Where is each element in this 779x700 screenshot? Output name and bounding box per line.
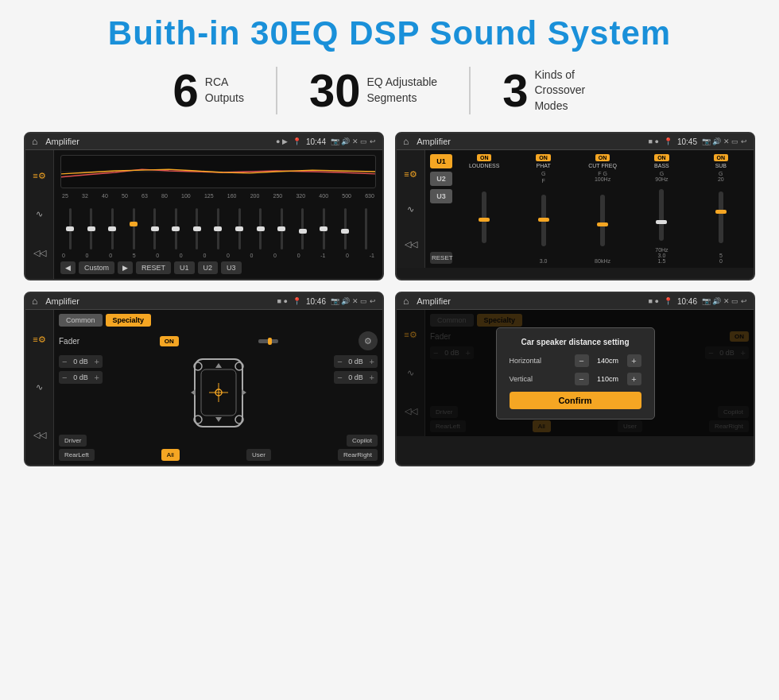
- eq-icon-3[interactable]: ≡⚙: [33, 335, 45, 345]
- eq-slider-10[interactable]: [250, 208, 270, 249]
- screen1-eq-content: 253240506380100125160200250320400500630: [54, 150, 382, 279]
- u3-button[interactable]: U3: [221, 261, 242, 274]
- fader-on-button[interactable]: ON: [160, 336, 179, 346]
- dsp-channels: ON LOUDNESS ON PHAT G F 3.0: [456, 154, 749, 264]
- reset-button-dsp[interactable]: RESET: [430, 252, 452, 264]
- fl-db-minus[interactable]: −: [62, 357, 67, 366]
- home-icon-4[interactable]: ⌂: [403, 296, 409, 307]
- sub-slider[interactable]: [719, 191, 723, 243]
- svg-marker-10: [215, 363, 222, 368]
- car-diagram: [107, 355, 329, 431]
- eq-icon[interactable]: ≡⚙: [33, 171, 45, 181]
- location-buttons: Driver Copilot: [59, 435, 378, 447]
- loudness-label: LOUDNESS: [469, 163, 500, 168]
- u2-button[interactable]: U2: [198, 261, 219, 274]
- speaker-icon[interactable]: ◁◁: [33, 248, 46, 258]
- screen2-sidebar: ≡⚙ ∿ ◁◁: [397, 150, 425, 268]
- user-button[interactable]: User: [246, 449, 271, 461]
- rl-db-minus[interactable]: −: [62, 373, 67, 382]
- rearright-button[interactable]: RearRight: [338, 449, 378, 461]
- u1-button[interactable]: U1: [174, 261, 195, 274]
- speaker-icon-3[interactable]: ◁◁: [33, 430, 46, 440]
- screen1-card: ⌂ Amplifier ● ▶ 📍 10:44 📷 🔊 ✕ ▭ ↩ ≡⚙ ∿ ◁…: [24, 132, 384, 280]
- fr-db-control: − 0 dB +: [334, 355, 378, 368]
- rr-db-value: 0 dB: [345, 373, 367, 381]
- vertical-value: 110cm: [592, 375, 624, 383]
- eq-slider-11[interactable]: [272, 208, 292, 249]
- cutfreq-on-badge[interactable]: ON: [595, 154, 610, 161]
- screen1-time: 10:44: [306, 137, 326, 146]
- eq-slider-7[interactable]: [188, 208, 207, 249]
- all-button[interactable]: All: [161, 449, 180, 461]
- specialty-tab[interactable]: Specialty: [106, 314, 152, 327]
- eq-slider-12[interactable]: [293, 208, 313, 249]
- screen4-card: ⌂ Amplifier ■ ● 📍 10:46 📷 🔊 ✕ ▭ ↩ ≡⚙ ∿ ◁…: [395, 292, 755, 466]
- cutfreq-slider[interactable]: [600, 195, 605, 246]
- wave-icon-3[interactable]: ∿: [36, 382, 43, 393]
- copilot-button[interactable]: Copilot: [347, 435, 378, 447]
- eq-slider-8[interactable]: [208, 208, 228, 249]
- sub-channel: ON SUB G 20 5 0: [693, 154, 749, 264]
- settings-icon-3[interactable]: ⚙: [358, 331, 378, 350]
- vertical-label: Vertical: [510, 375, 553, 383]
- home-icon[interactable]: ⌂: [32, 136, 37, 147]
- driver-button[interactable]: Driver: [59, 435, 87, 447]
- confirm-button[interactable]: Confirm: [510, 392, 641, 409]
- eq-slider-4[interactable]: [124, 208, 144, 249]
- rr-db-minus[interactable]: −: [337, 373, 342, 382]
- eq-slider-2[interactable]: [82, 208, 102, 249]
- rearleft-button[interactable]: RearLeft: [59, 449, 95, 461]
- screen2-body: ≡⚙ ∿ ◁◁ U1 U2 U3 RESET ON LOUDNESS: [397, 150, 754, 268]
- horizontal-plus-button[interactable]: +: [627, 354, 641, 367]
- custom-preset-button[interactable]: Custom: [79, 261, 114, 274]
- u2-preset[interactable]: U2: [430, 172, 452, 186]
- phat-on-badge[interactable]: ON: [536, 154, 551, 161]
- location-icon-4: 📍: [664, 297, 672, 305]
- rl-db-plus[interactable]: +: [94, 373, 99, 382]
- u1-preset[interactable]: U1: [430, 154, 452, 168]
- reset-button-eq[interactable]: RESET: [136, 261, 171, 274]
- eq-slider-13[interactable]: [314, 208, 334, 249]
- horizontal-minus-button[interactable]: −: [575, 354, 589, 367]
- dialog-title: Car speaker distance setting: [510, 338, 641, 346]
- eq-bottom-bar: ◀ Custom ▶ RESET U1 U2 U3: [60, 261, 376, 274]
- rear-buttons: RearLeft All User RearRight: [59, 449, 378, 461]
- location-icon: 📍: [293, 137, 301, 145]
- u3-preset[interactable]: U3: [430, 189, 452, 203]
- eq-slider-9[interactable]: [230, 208, 250, 249]
- phat-slider[interactable]: [541, 195, 546, 246]
- eq-slider-15[interactable]: [356, 208, 376, 249]
- eq-slider-1[interactable]: [60, 208, 80, 249]
- bass-slider[interactable]: [659, 189, 664, 241]
- vertical-plus-button[interactable]: +: [627, 373, 641, 385]
- fr-db-minus[interactable]: −: [337, 357, 342, 366]
- eq-icon-2[interactable]: ≡⚙: [404, 169, 417, 180]
- stats-row: 6 RCAOutputs 30 EQ AdjustableSegments 3 …: [24, 67, 755, 114]
- eq-slider-14[interactable]: [335, 208, 355, 249]
- eq-slider-6[interactable]: [166, 208, 186, 249]
- prev-preset-button[interactable]: ◀: [60, 261, 76, 274]
- eq-slider-3[interactable]: [103, 208, 122, 249]
- screen4-status-dots: ■ ●: [649, 297, 659, 305]
- rr-db-plus[interactable]: +: [370, 373, 374, 382]
- wave-icon-2[interactable]: ∿: [407, 204, 414, 215]
- sub-on-badge[interactable]: ON: [714, 154, 729, 161]
- loudness-on-badge[interactable]: ON: [477, 154, 492, 161]
- main-title: Buith-in 30EQ DSP Sound System: [24, 14, 755, 52]
- speaker-icon-2[interactable]: ◁◁: [405, 239, 417, 249]
- eq-slider-5[interactable]: [145, 208, 165, 249]
- rl-db-value: 0 dB: [69, 373, 91, 381]
- fl-db-plus[interactable]: +: [94, 357, 99, 366]
- fr-db-plus[interactable]: +: [370, 357, 374, 366]
- home-icon-2[interactable]: ⌂: [403, 136, 409, 147]
- next-preset-button[interactable]: ▶: [118, 261, 133, 274]
- wave-icon[interactable]: ∿: [36, 209, 43, 219]
- home-icon-3[interactable]: ⌂: [32, 296, 37, 307]
- common-tab[interactable]: Common: [59, 314, 103, 327]
- bass-on-badge[interactable]: ON: [654, 154, 669, 161]
- eq-values: 00050000000-10-1: [60, 253, 376, 258]
- vertical-minus-button[interactable]: −: [575, 373, 589, 385]
- loudness-slider[interactable]: [482, 191, 486, 243]
- screen1-status-dots: ● ▶: [276, 137, 288, 145]
- screen2-topbar: ⌂ Amplifier ■ ● 📍 10:45 📷 🔊 ✕ ▭ ↩: [397, 133, 754, 150]
